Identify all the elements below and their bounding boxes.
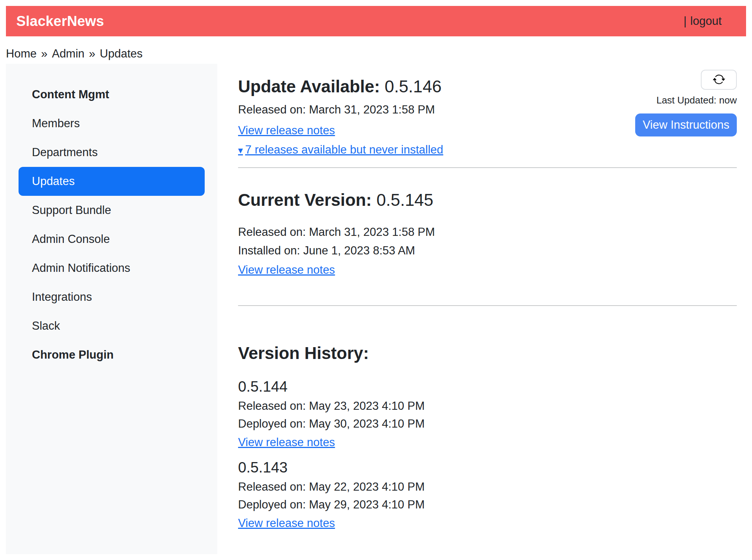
breadcrumb-admin[interactable]: Admin [52,47,85,61]
current-version-section: Current Version: 0.5.145 Released on: Ma… [238,190,737,277]
update-available-label: Update Available: [238,77,380,96]
breadcrumb-home[interactable]: Home [6,47,37,61]
sidebar-nav: Content Mgmt Members Departments Updates… [19,80,205,369]
current-version-heading: Current Version: 0.5.145 [238,190,737,210]
refresh-button[interactable] [701,70,737,90]
version-history-heading: Version History: [238,343,737,363]
update-available-version: 0.5.146 [385,77,441,96]
refresh-icon [713,73,725,87]
breadcrumb-separator: » [89,47,95,61]
sidebar-item-slack[interactable]: Slack [19,312,205,340]
logout-separator: | [683,14,686,28]
logout-link[interactable]: logout [690,14,722,28]
refresh-panel: Last Updated: now View Instructions [635,70,737,136]
sidebar-item-admin-notifications[interactable]: Admin Notifications [19,254,205,283]
sidebar-item-updates[interactable]: Updates [19,167,205,196]
sidebar-item-departments[interactable]: Departments [19,138,205,167]
caret-down-icon: ▾ [238,145,243,156]
update-available-heading: Update Available: 0.5.146 [238,76,443,97]
admin-sidebar: Content Mgmt Members Departments Updates… [6,64,217,554]
sidebar-item-support-bundle[interactable]: Support Bundle [19,196,205,225]
current-released-on: Released on: March 31, 2023 1:58 PM [238,225,737,239]
update-available-section: Update Available: 0.5.146 Released on: M… [238,64,443,157]
sidebar-item-integrations[interactable]: Integrations [19,283,205,312]
history-deployed-on: Deployed on: May 30, 2023 4:10 PM [238,417,737,431]
current-version-label: Current Version: [238,190,372,210]
section-divider [238,305,737,306]
version-history-entry: 0.5.144 Released on: May 23, 2023 4:10 P… [238,378,737,449]
update-released-on: Released on: March 31, 2023 1:58 PM [238,103,443,117]
breadcrumb-separator: » [41,47,47,61]
version-history-section: Version History: 0.5.144 Released on: Ma… [238,343,737,530]
updates-page: Update Available: 0.5.146 Released on: M… [238,64,746,530]
current-release-notes-link[interactable]: View release notes [238,263,335,277]
history-released-on: Released on: May 22, 2023 4:10 PM [238,480,737,494]
page-layout: Content Mgmt Members Departments Updates… [6,64,746,554]
pending-releases-label: 7 releases available but never installed [245,143,443,156]
logout-area: | logout [683,14,722,28]
current-installed-on: Installed on: June 1, 2023 8:53 AM [238,244,737,258]
history-deployed-on: Deployed on: May 29, 2023 4:10 PM [238,498,737,512]
pending-releases-link[interactable]: ▾7 releases available but never installe… [238,143,443,157]
history-release-notes-link[interactable]: View release notes [238,435,335,449]
app-title: SlackerNews [16,13,104,29]
breadcrumb: Home » Admin » Updates [6,47,752,61]
view-instructions-button[interactable]: View Instructions [635,113,737,136]
sidebar-item-members[interactable]: Members [19,109,205,138]
version-history-entry: 0.5.143 Released on: May 22, 2023 4:10 P… [238,458,737,530]
history-release-notes-link[interactable]: View release notes [238,516,335,530]
section-divider [238,167,737,168]
sidebar-item-content-mgmt[interactable]: Content Mgmt [19,80,205,109]
current-version-number: 0.5.145 [376,190,433,210]
app-header: SlackerNews | logout [6,6,746,36]
history-released-on: Released on: May 23, 2023 4:10 PM [238,399,737,413]
history-version-number: 0.5.144 [238,378,737,395]
last-updated-text: Last Updated: now [656,94,737,106]
update-release-notes-link[interactable]: View release notes [238,123,335,138]
update-available-row: Update Available: 0.5.146 Released on: M… [238,64,737,157]
breadcrumb-current-updates: Updates [100,47,142,61]
sidebar-item-chrome-plugin[interactable]: Chrome Plugin [19,340,205,369]
history-version-number: 0.5.143 [238,458,737,476]
sidebar-item-admin-console[interactable]: Admin Console [19,225,205,254]
